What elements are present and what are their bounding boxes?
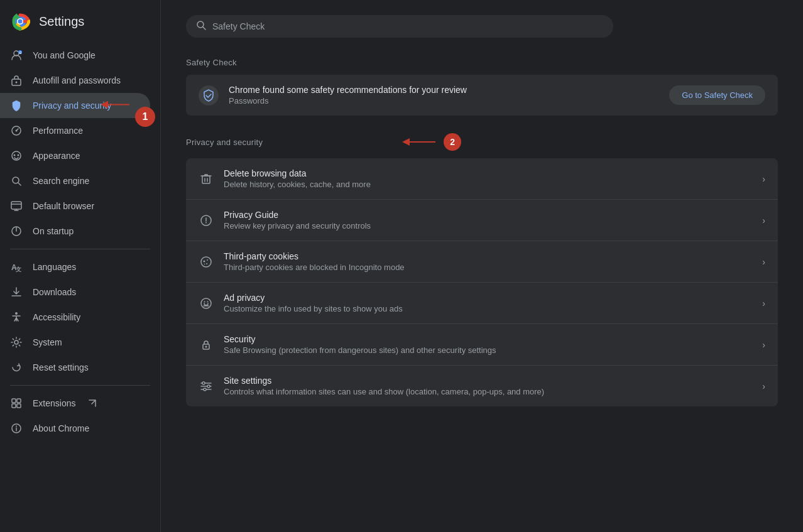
svg-rect-17 [11,202,21,209]
privacy-guide-title: Privacy Guide [224,210,752,220]
chevron-right-icon: › [762,215,765,225]
nav-divider-2 [10,385,150,386]
svg-rect-28 [12,399,16,403]
svg-point-44 [207,259,208,261]
sidebar-item-appearance[interactable]: Appearance [0,143,150,168]
privacy-guide-sub: Review key privacy and security controls [224,221,752,231]
sidebar-item-system[interactable]: System [0,330,150,355]
settings-item-security[interactable]: Security Safe Browsing (protection from … [186,324,778,366]
safety-text: Chrome found some safety recommendations… [229,85,659,106]
accessibility-icon [10,311,23,323]
sidebar-item-label: Downloads [33,287,76,297]
sidebar-item-label: Extensions [33,398,75,408]
on-startup-icon [10,225,23,237]
external-link-icon [88,399,97,408]
settings-item-delete-browsing-data[interactable]: Delete browsing data Delete history, coo… [186,158,778,200]
ad-privacy-title: Ad privacy [224,293,752,303]
privacy-section-title-row: Privacy and security 2 [186,133,778,151]
cookies-icon [199,254,214,269]
sidebar-item-label: Appearance [33,151,80,161]
sidebar-item-extensions[interactable]: Extensions [0,391,150,416]
sidebar-item-label: On startup [33,226,74,236]
svg-point-33 [16,426,17,427]
delete-browsing-data-text: Delete browsing data Delete history, coo… [224,168,752,189]
svg-point-3 [18,19,23,24]
svg-point-13 [14,155,16,156]
safety-shield-icon [199,85,219,106]
settings-item-ad-privacy[interactable]: Ad privacy Customize the info used by si… [186,283,778,324]
svg-rect-31 [17,404,21,408]
search-bar [186,15,613,38]
svg-rect-38 [202,176,210,183]
annotation-1: 1 [135,107,155,127]
svg-point-49 [207,301,209,302]
main-content: Safety Check Chrome found some safety re… [161,0,803,532]
sidebar-item-label: You and Google [33,50,96,60]
sidebar-item-on-startup[interactable]: On startup [0,219,150,244]
search-input[interactable] [212,21,603,31]
search-icon [196,20,206,33]
annotation-2-circle: 2 [444,133,461,151]
sidebar-item-downloads[interactable]: Downloads [0,280,150,305]
svg-point-57 [207,385,210,388]
sidebar-item-reset-settings[interactable]: Reset settings [0,355,150,380]
extensions-icon [10,397,23,410]
sidebar-nav: G You and Google Autofill and passwords [0,43,160,532]
settings-item-privacy-guide[interactable]: Privacy Guide Review key privacy and sec… [186,200,778,241]
svg-point-42 [201,257,211,267]
svg-point-14 [18,155,19,156]
sidebar-item-autofill[interactable]: Autofill and passwords [0,68,150,93]
chevron-right-icon: › [762,257,765,267]
chevron-right-icon: › [762,174,765,184]
safety-check-banner: Chrome found some safety recommendations… [186,75,778,116]
delete-browsing-data-icon [199,171,214,187]
settings-item-third-party-cookies[interactable]: Third-party cookies Third-party cookies … [186,241,778,283]
system-icon [10,336,23,349]
you-and-google-icon: G [10,49,23,62]
sidebar-header: Settings [0,0,160,43]
svg-text:G: G [19,51,22,55]
svg-text:文: 文 [16,266,21,273]
safety-banner-sub: Passwords [229,96,659,106]
sidebar-item-privacy[interactable]: Privacy and security [0,93,150,118]
svg-point-45 [206,263,207,264]
default-browser-icon [10,200,23,212]
sidebar-item-accessibility[interactable]: Accessibility [0,305,150,330]
chevron-right-icon: › [762,298,765,308]
safety-banner-title: Chrome found some safety recommendations… [229,85,659,95]
svg-point-52 [205,345,207,347]
security-title: Security [224,334,752,344]
third-party-cookies-sub: Third-party cookies are blocked in Incog… [224,263,752,272]
sidebar-item-performance[interactable]: Performance [0,118,150,143]
safety-check-section-title: Safety Check [186,58,778,67]
privacy-section-title: Privacy and security [186,138,263,147]
site-settings-text: Site settings Controls what information … [224,376,752,396]
site-settings-icon [199,379,214,394]
sidebar-item-languages[interactable]: A 文 Languages [0,254,150,280]
settings-item-site-settings[interactable]: Site settings Controls what information … [186,366,778,406]
third-party-cookies-text: Third-party cookies Third-party cookies … [224,251,752,272]
sidebar-item-search-engine[interactable]: Search engine [0,168,150,193]
sidebar-item-label: Languages [33,262,76,272]
annotation-arrow-2 [401,136,439,148]
sidebar-title: Settings [39,14,84,29]
svg-point-43 [204,260,205,262]
sidebar-item-label: Search engine [33,176,89,186]
sidebar-item-label: Performance [33,126,83,136]
sidebar-item-you-and-google[interactable]: G You and Google [0,43,150,68]
languages-icon: A 文 [10,261,23,273]
sidebar: Settings G You and Google [0,0,161,532]
performance-icon [10,124,23,137]
sidebar-item-about-chrome[interactable]: About Chrome [0,416,150,441]
sidebar-item-default-browser[interactable]: Default browser [0,193,150,219]
site-settings-title: Site settings [224,376,752,386]
sidebar-item-label: Privacy and security [33,100,111,111]
privacy-icon [10,99,23,112]
security-text: Security Safe Browsing (protection from … [224,334,752,355]
delete-browsing-data-title: Delete browsing data [224,168,752,178]
safety-check-button[interactable]: Go to Safety Check [669,85,765,105]
downloads-icon [10,286,23,298]
svg-point-8 [16,82,18,84]
svg-point-11 [16,130,18,132]
ad-privacy-text: Ad privacy Customize the info used by si… [224,293,752,313]
